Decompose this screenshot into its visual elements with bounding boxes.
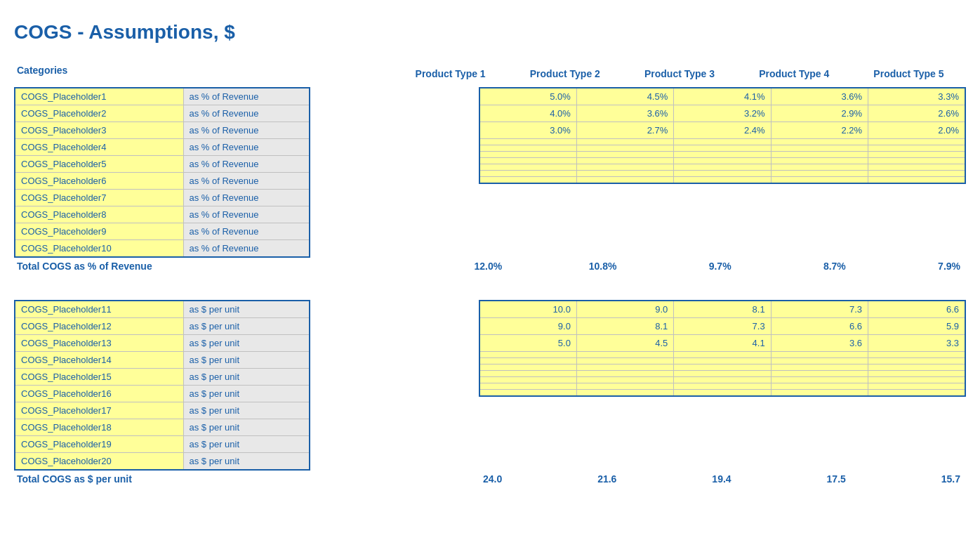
table-row: COGS_Placeholder20as $ per unit xyxy=(15,453,310,471)
table-row xyxy=(479,152,965,158)
column-header: Product Type 4 xyxy=(737,67,852,80)
table-row: 5.04.54.13.63.3 xyxy=(479,335,965,352)
column-header: Product Type 2 xyxy=(508,67,622,80)
table-row xyxy=(479,358,965,364)
table-row: 3.0%2.7%2.4%2.2%2.0% xyxy=(479,122,965,139)
total-value: 12.0% xyxy=(393,261,508,272)
section2-total-label: Total COGS as $ per unit xyxy=(14,473,309,485)
table-row: COGS_Placeholder11as $ per unit xyxy=(15,301,310,318)
section2: COGS_Placeholder11as $ per unitCOGS_Plac… xyxy=(14,300,966,485)
section2-left-table: COGS_Placeholder11as $ per unitCOGS_Plac… xyxy=(14,300,310,471)
table-row xyxy=(479,383,965,390)
table-row: COGS_Placeholder13as $ per unit xyxy=(15,335,310,352)
table-row xyxy=(479,158,965,164)
table-row xyxy=(479,177,965,184)
table-row xyxy=(479,171,965,177)
table-row: 10.09.08.17.36.6 xyxy=(479,301,965,318)
table-row xyxy=(479,139,965,145)
table-row: COGS_Placeholder14as $ per unit xyxy=(15,352,310,369)
section1-right-table: 5.0%4.5%4.1%3.6%3.3%4.0%3.6%3.2%2.9%2.6%… xyxy=(479,87,966,184)
section1: COGS_Placeholder1as % of RevenueCOGS_Pla… xyxy=(14,87,966,272)
table-row: COGS_Placeholder3as % of Revenue xyxy=(15,122,310,139)
total-value: 10.8% xyxy=(508,261,622,272)
table-row xyxy=(479,371,965,377)
table-row: COGS_Placeholder2as % of Revenue xyxy=(15,105,310,122)
table-row xyxy=(479,352,965,358)
column-header: Product Type 1 xyxy=(393,67,508,80)
table-row xyxy=(479,364,965,371)
table-row: COGS_Placeholder15as $ per unit xyxy=(15,369,310,386)
table-row: COGS_Placeholder7as % of Revenue xyxy=(15,190,310,206)
table-row xyxy=(479,145,965,152)
table-row: COGS_Placeholder6as % of Revenue xyxy=(15,173,310,190)
total-value: 9.7% xyxy=(622,261,736,272)
table-row xyxy=(479,390,965,397)
table-row: 4.0%3.6%3.2%2.9%2.6% xyxy=(479,105,965,122)
table-row xyxy=(479,377,965,383)
total-value: 15.7 xyxy=(852,473,966,485)
table-row: COGS_Placeholder18as $ per unit xyxy=(15,419,310,436)
table-row: COGS_Placeholder9as % of Revenue xyxy=(15,223,310,240)
section1-total-label: Total COGS as % of Revenue xyxy=(14,261,309,272)
page-title: COGS - Assumptions, $ xyxy=(14,21,966,44)
total-value: 19.4 xyxy=(622,473,736,485)
column-header: Product Type 3 xyxy=(622,67,736,80)
table-row: COGS_Placeholder4as % of Revenue xyxy=(15,139,310,156)
table-row: COGS_Placeholder1as % of Revenue xyxy=(15,88,310,105)
categories-label: Categories xyxy=(14,65,309,76)
section2-right-table: 10.09.08.17.36.69.08.17.36.65.95.04.54.1… xyxy=(479,300,966,397)
total-value: 24.0 xyxy=(393,473,508,485)
table-row: 9.08.17.36.65.9 xyxy=(479,318,965,335)
total-value: 7.9% xyxy=(852,261,966,272)
column-header: Product Type 5 xyxy=(852,67,966,80)
total-value: 21.6 xyxy=(508,473,622,485)
table-row: COGS_Placeholder10as % of Revenue xyxy=(15,240,310,258)
total-value: 8.7% xyxy=(737,261,852,272)
table-row: COGS_Placeholder19as $ per unit xyxy=(15,436,310,453)
section1-left-table: COGS_Placeholder1as % of RevenueCOGS_Pla… xyxy=(14,87,310,258)
table-row: COGS_Placeholder5as % of Revenue xyxy=(15,156,310,173)
table-row: COGS_Placeholder17as $ per unit xyxy=(15,402,310,419)
total-value: 17.5 xyxy=(737,473,852,485)
table-row xyxy=(479,164,965,171)
table-row: COGS_Placeholder8as % of Revenue xyxy=(15,206,310,223)
table-row: COGS_Placeholder12as $ per unit xyxy=(15,318,310,335)
table-row: COGS_Placeholder16as $ per unit xyxy=(15,386,310,402)
table-row: 5.0%4.5%4.1%3.6%3.3% xyxy=(479,88,965,105)
